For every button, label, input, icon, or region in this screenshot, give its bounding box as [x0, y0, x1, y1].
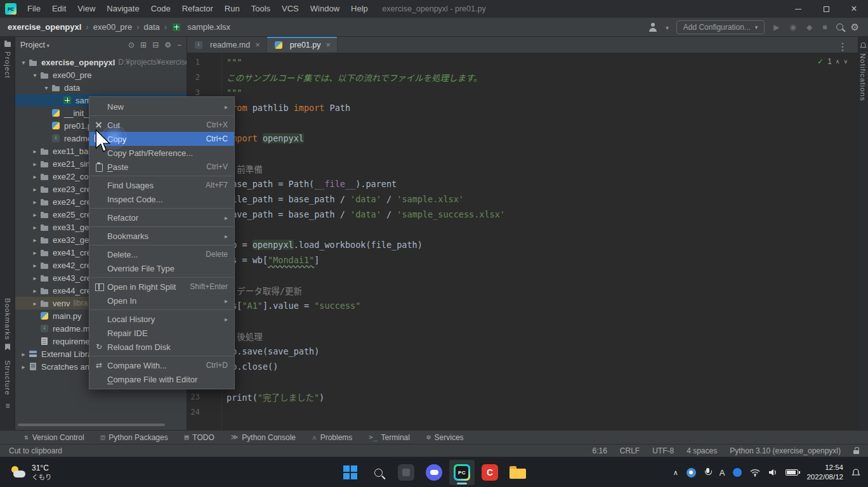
tree-chevron-icon[interactable]: ▸ [30, 262, 39, 269]
microphone-icon[interactable] [704, 468, 711, 477]
tool-window-button-version-control[interactable]: ⇅Version Control [24, 433, 84, 442]
context-menu-item-reload-from-disk[interactable]: ↻Reload from Disk [89, 340, 234, 354]
line-separator-widget[interactable]: CRLF [620, 446, 640, 455]
project-stripe-button[interactable]: Project [0, 42, 15, 79]
code-line-15[interactable]: 15 [187, 268, 858, 283]
search-everywhere-icon[interactable] [836, 23, 843, 30]
structure-stripe-button[interactable]: Structure [4, 360, 11, 411]
code-line-18[interactable]: 18 [187, 313, 858, 328]
menu-tools[interactable]: Tools [246, 0, 276, 18]
tree-chevron-icon[interactable]: ▸ [30, 224, 39, 231]
run-icon[interactable]: ▶ [772, 23, 780, 32]
taskbar-search-button[interactable] [365, 460, 391, 485]
menu-vcs[interactable]: VCS [276, 0, 305, 18]
bookmarks-stripe-button[interactable]: Bookmarks [4, 298, 11, 351]
profile-icon[interactable]: ◉ [789, 23, 798, 32]
next-problem-icon[interactable]: ∨ [843, 58, 848, 65]
python-interpreter-widget[interactable]: Python 3.10 (exercise_openpyxl) [730, 446, 841, 455]
code-line-13[interactable]: 13wb = openpyxl.load_workbook(file_path) [187, 237, 858, 252]
minimize-button[interactable] [784, 0, 812, 18]
tool-window-button-todo[interactable]: ▤TODO [185, 433, 214, 442]
editor-tab-pre01-py[interactable]: pre01.py× [267, 37, 338, 53]
code-line-12[interactable]: 12 [187, 222, 858, 237]
tab-options-icon[interactable] [838, 38, 854, 53]
menu-window[interactable]: Window [305, 0, 345, 18]
breadcrumb-item-sample-xlsx[interactable]: sample.xlsx [171, 22, 230, 32]
code-line-19[interactable]: 19# 後処理 [187, 328, 858, 344]
menu-run[interactable]: Run [219, 0, 246, 18]
locate-file-icon[interactable]: ⊙ [128, 41, 135, 49]
menu-code[interactable]: Code [145, 0, 176, 18]
caret-position-widget[interactable]: 6:16 [592, 446, 607, 455]
context-menu-item-paste[interactable]: PasteCtrl+V [89, 160, 234, 174]
context-menu-item-override-file-type[interactable]: Override File Type [89, 261, 234, 275]
code-line-21[interactable]: 21wb.close() [187, 359, 858, 374]
tree-chevron-icon[interactable]: ▸ [30, 160, 39, 167]
code-line-8[interactable]: 8# 前準備 [187, 161, 858, 176]
tool-window-button-terminal[interactable]: >_Terminal [369, 433, 410, 442]
tool-window-button-python-packages[interactable]: ◫Python Packages [101, 433, 168, 442]
battery-icon[interactable] [786, 469, 798, 476]
code-line-11[interactable]: 11save_path = base_path / 'data' / 'samp… [187, 207, 858, 222]
tray-overflow-chevron-icon[interactable] [673, 469, 678, 477]
notification-bell-icon[interactable] [852, 468, 860, 477]
ime-indicator[interactable]: A [720, 468, 725, 477]
tree-item-data[interactable]: ▾data [15, 81, 187, 94]
clock-widget[interactable]: 12:54 2022/08/12 [806, 463, 843, 482]
close-button[interactable] [840, 0, 868, 18]
inspection-ok-icon[interactable] [817, 57, 824, 66]
tray-blue-app-icon[interactable] [687, 468, 696, 477]
panel-settings-icon[interactable]: ⚙ [164, 41, 171, 49]
stop-icon[interactable]: ■ [821, 23, 828, 32]
breadcrumb-item-data[interactable]: data [144, 22, 160, 32]
hide-panel-icon[interactable]: − [177, 41, 181, 49]
taskbar-app-1[interactable] [393, 460, 419, 485]
tree-chevron-icon[interactable]: ▸ [19, 363, 28, 370]
menu-navigate[interactable]: Navigate [101, 0, 145, 18]
tree-chevron-icon[interactable]: ▸ [30, 173, 39, 180]
context-menu-item-find-usages[interactable]: Find UsagesAlt+F7 [89, 178, 234, 192]
readonly-lock-icon[interactable] [853, 447, 859, 454]
code-line-3[interactable]: 3""" [187, 85, 858, 100]
encoding-widget[interactable]: UTF-8 [652, 446, 674, 455]
context-menu-item-cut[interactable]: CutCtrl+X [89, 118, 234, 132]
weather-widget[interactable]: 31°C くもり [5, 457, 57, 487]
editor-tab-readme-md[interactable]: readme.md× [187, 37, 267, 53]
tray-blue-circle-icon[interactable] [733, 468, 742, 477]
taskbar-explorer-button[interactable] [505, 460, 530, 485]
tree-chevron-icon[interactable]: ▾ [42, 84, 51, 91]
debug-icon[interactable]: ◆ [805, 23, 813, 32]
tree-chevron-icon[interactable]: ▸ [30, 237, 39, 244]
tool-window-button-services[interactable]: ⚙Services [426, 433, 464, 442]
volume-icon[interactable] [768, 469, 777, 476]
code-line-22[interactable]: 22 [187, 374, 858, 389]
context-menu-item-new[interactable]: New▸ [89, 100, 234, 114]
context-menu-item-open-in-right-split[interactable]: Open in Right SplitShift+Enter [89, 280, 234, 294]
code-line-14[interactable]: 14ws = wb["Mondai1"] [187, 252, 858, 268]
context-menu-item-compare-with[interactable]: ⇄Compare With...Ctrl+D [89, 358, 234, 372]
wifi-icon[interactable] [750, 469, 760, 477]
tab-close-icon[interactable]: × [255, 40, 260, 49]
expand-all-icon[interactable]: ⊞ [140, 41, 147, 49]
code-line-9[interactable]: 9base_path = Path(__file__).parent [187, 176, 858, 192]
menu-file[interactable]: File [22, 0, 46, 18]
tree-item-exe00-pre[interactable]: ▾exe00_pre [15, 68, 187, 81]
tree-chevron-icon[interactable]: ▾ [19, 59, 28, 66]
horizontal-scrollbar[interactable] [18, 424, 165, 426]
menu-view[interactable]: View [72, 0, 101, 18]
tree-chevron-icon[interactable]: ▸ [30, 287, 39, 294]
tree-chevron-icon[interactable]: ▸ [30, 211, 39, 218]
context-menu-item-delete[interactable]: Delete...Delete [89, 247, 234, 261]
tool-window-button-python-console[interactable]: ≫Python Console [231, 433, 296, 442]
code-line-24[interactable]: 24 [187, 405, 858, 420]
menu-refactor[interactable]: Refactor [176, 0, 219, 18]
code-line-17[interactable]: 17ws["A1"].value = "success" [187, 298, 858, 313]
context-menu-item-copy-path-reference[interactable]: Copy Path/Reference... [89, 146, 234, 160]
context-menu-item-compare-file-with-editor[interactable]: Compare File with Editor [89, 372, 234, 386]
taskbar-app-2[interactable] [421, 460, 447, 485]
context-menu-item-open-in[interactable]: Open In▸ [89, 294, 234, 308]
notifications-stripe-button[interactable]: Notifications [858, 42, 868, 101]
tree-chevron-icon[interactable]: ▸ [30, 148, 39, 155]
tree-item-exercise-openpyxl[interactable]: ▾exercise_openpyxlD:¥projects¥exercise_o… [15, 56, 187, 68]
maximize-button[interactable] [812, 0, 840, 18]
